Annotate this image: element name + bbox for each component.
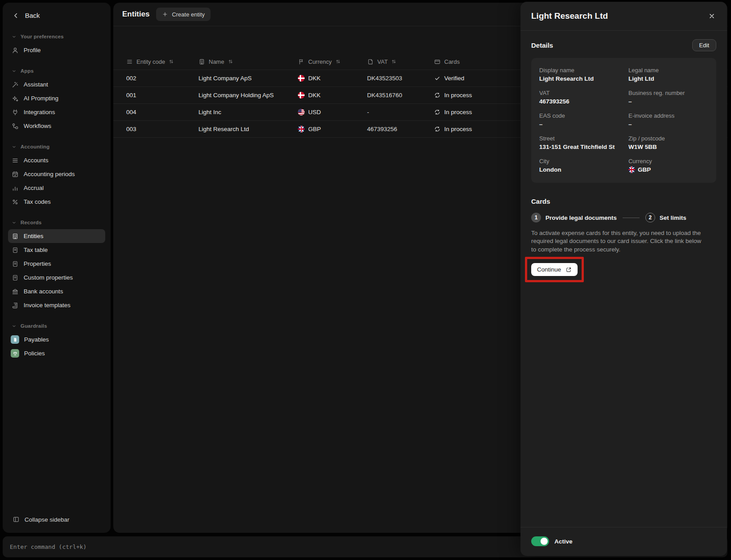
field-zip-postcode: Zip / postcode W1W 5BB	[628, 135, 708, 150]
sidebar-item-accrual[interactable]: Accrual	[8, 181, 105, 195]
sidebar-item-properties[interactable]: Properties	[8, 257, 105, 271]
cell-vat: -	[367, 109, 434, 115]
back-label: Back	[25, 12, 40, 19]
sort-icon	[228, 59, 233, 64]
column-header-currency[interactable]: Currency	[298, 58, 367, 65]
sort-icon	[391, 59, 396, 64]
close-button[interactable]	[707, 12, 716, 21]
section-header-records[interactable]: Records	[8, 218, 105, 229]
section-accounting: Accounting Accounts Accounting periods A…	[8, 142, 105, 209]
chevron-down-icon	[12, 144, 17, 149]
cell-currency: GBP	[298, 126, 367, 132]
credit-card-icon	[434, 58, 441, 65]
section-header-guardrails[interactable]: Guardrails	[8, 321, 105, 333]
chevron-left-icon	[12, 12, 20, 19]
details-header: Details Edit	[531, 39, 716, 51]
percent-icon	[12, 198, 19, 206]
step-connector	[623, 218, 640, 218]
denmark-flag-icon	[298, 75, 305, 82]
chevron-down-icon	[12, 34, 17, 39]
refresh-icon	[434, 109, 441, 115]
calendar-check-icon	[12, 171, 19, 178]
sidebar-item-accounting-periods[interactable]: Accounting periods	[8, 167, 105, 181]
cards-stepper: 1 Provide legal documents 2 Set limits	[531, 213, 716, 222]
cell-vat: DK43516760	[367, 92, 434, 99]
sidebar-item-tax-codes[interactable]: Tax codes	[8, 195, 105, 209]
bank-icon	[12, 288, 19, 295]
column-header-entity-code[interactable]: Entity code	[126, 58, 198, 65]
sidebar-item-integrations[interactable]: Integrations	[8, 105, 105, 119]
details-card: Display name Light Research Ltd Legal na…	[531, 58, 716, 183]
payables-badge-icon	[11, 335, 19, 344]
field-eas-code: EAS code –	[539, 112, 623, 128]
sidebar-item-invoice-templates[interactable]: Invoice templates	[8, 298, 105, 312]
field-business-reg-number: Business reg. number –	[628, 90, 708, 105]
edit-button[interactable]: Edit	[692, 39, 716, 51]
create-entity-button[interactable]: Create entity	[156, 8, 211, 21]
sidebar-item-bank-accounts[interactable]: Bank accounts	[8, 284, 105, 298]
step-2-label: Set limits	[660, 214, 686, 221]
cell-name: Light Research Ltd	[198, 126, 298, 132]
drawer-title: Light Research Ltd	[531, 11, 608, 21]
list-icon	[12, 157, 19, 164]
field-legal-name: Legal name Light Ltd	[628, 67, 708, 82]
section-apps: Apps Assistant AI Prompting Integrations…	[8, 66, 105, 133]
column-header-vat[interactable]: VAT	[367, 58, 434, 65]
section-header-apps[interactable]: Apps	[8, 66, 105, 78]
click-target-annotation: Continue	[525, 257, 584, 282]
section-records: Records Entities Tax table Properties Cu…	[8, 218, 105, 312]
continue-button[interactable]: Continue	[531, 263, 578, 276]
back-button[interactable]: Back	[8, 8, 105, 23]
sidebar-item-workflows[interactable]: Workflows	[8, 119, 105, 133]
field-display-name: Display name Light Research Ltd	[539, 67, 623, 82]
cell-name: Light Inc	[198, 109, 298, 115]
document-icon	[12, 247, 19, 254]
drawer-footer: Active	[520, 527, 727, 556]
usa-flag-icon	[298, 109, 305, 115]
field-vat: VAT 467393256	[539, 90, 623, 105]
section-guardrails: Guardrails Payables Policies	[8, 321, 105, 360]
cell-vat: DK43523503	[367, 75, 434, 82]
sidebar-item-policies[interactable]: Policies	[8, 346, 105, 360]
step-2-circle: 2	[645, 213, 655, 222]
drawer-header: Light Research Ltd	[520, 2, 727, 30]
panel-icon	[12, 516, 20, 523]
column-header-name[interactable]: Name	[198, 58, 298, 65]
step-1-circle: 1	[531, 213, 541, 222]
sidebar-item-payables[interactable]: Payables	[8, 333, 105, 346]
section-header-accounting[interactable]: Accounting	[8, 142, 105, 153]
sidebar-item-entities[interactable]: Entities	[8, 229, 105, 243]
person-icon	[12, 47, 19, 54]
chevron-down-icon	[12, 220, 17, 225]
cell-entity-code: 004	[126, 109, 198, 115]
section-header-your-preferences[interactable]: Your preferences	[8, 32, 105, 43]
cell-vat: 467393256	[367, 126, 434, 132]
active-toggle[interactable]	[531, 536, 549, 546]
sidebar-item-profile[interactable]: Profile	[8, 43, 105, 57]
receipt-icon	[367, 58, 374, 65]
sidebar-item-tax-table[interactable]: Tax table	[8, 243, 105, 257]
step-1-label: Provide legal documents	[545, 214, 617, 221]
sidebar-item-ai-prompting[interactable]: AI Prompting	[8, 91, 105, 105]
sidebar-item-custom-properties[interactable]: Custom properties	[8, 271, 105, 284]
sidebar-item-accounts[interactable]: Accounts	[8, 153, 105, 167]
refresh-icon	[434, 92, 441, 99]
cards-description: To activate expense cards for this entit…	[531, 229, 706, 254]
cell-currency: DKK	[298, 92, 367, 99]
wand-icon	[12, 81, 19, 88]
cell-currency: DKK	[298, 75, 367, 82]
details-heading: Details	[531, 41, 553, 49]
flag-icon	[298, 58, 305, 65]
external-link-icon	[566, 267, 572, 273]
close-icon	[708, 12, 715, 20]
chevron-down-icon	[12, 324, 17, 329]
cell-entity-code: 002	[126, 75, 198, 82]
building-icon	[12, 233, 19, 240]
cell-currency: USD	[298, 109, 367, 115]
sparkles-icon	[12, 95, 19, 102]
drawer-body: Details Edit Display name Light Research…	[520, 31, 727, 527]
sidebar-item-assistant[interactable]: Assistant	[8, 78, 105, 91]
field-currency: Currency GBP	[628, 158, 708, 173]
cell-entity-code: 003	[126, 126, 198, 132]
collapse-sidebar-button[interactable]: Collapse sidebar	[8, 513, 105, 526]
